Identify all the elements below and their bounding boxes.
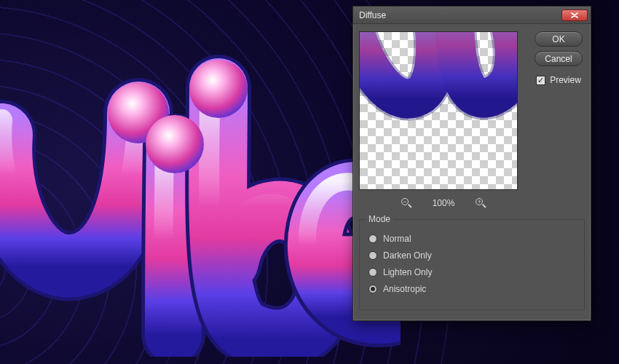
close-icon <box>571 12 578 18</box>
check-icon: ✓ <box>537 76 544 85</box>
radio-normal[interactable]: Normal <box>368 234 575 244</box>
dialog-title: Diffuse <box>359 10 386 20</box>
dialog-titlebar[interactable]: Diffuse <box>353 7 591 24</box>
preview-checkbox[interactable]: ✓ <box>536 76 545 85</box>
cancel-label: Cancel <box>545 54 572 64</box>
diffuse-dialog: Diffuse <box>352 6 591 321</box>
radio-icon-selected <box>368 285 377 293</box>
radio-anisotropic[interactable]: Anisotropic <box>368 284 575 294</box>
zoom-in-button[interactable]: + <box>475 197 486 209</box>
zoom-level: 100% <box>433 198 455 208</box>
radio-icon <box>368 251 377 260</box>
close-button[interactable] <box>561 9 588 21</box>
mode-fieldset: Mode Normal Darken Only Lighten Only Ani… <box>359 219 585 310</box>
radio-icon <box>368 234 377 243</box>
radio-label: Anisotropic <box>383 284 426 294</box>
filter-preview[interactable] <box>359 31 518 190</box>
mode-legend: Mode <box>366 214 393 224</box>
radio-darken-only[interactable]: Darken Only <box>368 250 575 261</box>
radio-lighten-only[interactable]: Lighten Only <box>368 267 575 277</box>
radio-label: Darken Only <box>383 250 432 261</box>
radio-label: Lighten Only <box>383 267 432 277</box>
plus-icon: + <box>478 199 481 205</box>
zoom-out-button[interactable]: − <box>401 197 412 209</box>
ok-button[interactable]: OK <box>535 31 583 47</box>
radio-icon <box>368 268 377 277</box>
minus-icon: − <box>403 199 406 205</box>
cancel-button[interactable]: Cancel <box>535 51 583 66</box>
radio-label: Normal <box>383 234 411 244</box>
ok-label: OK <box>552 34 564 44</box>
preview-label: Preview <box>550 75 581 85</box>
